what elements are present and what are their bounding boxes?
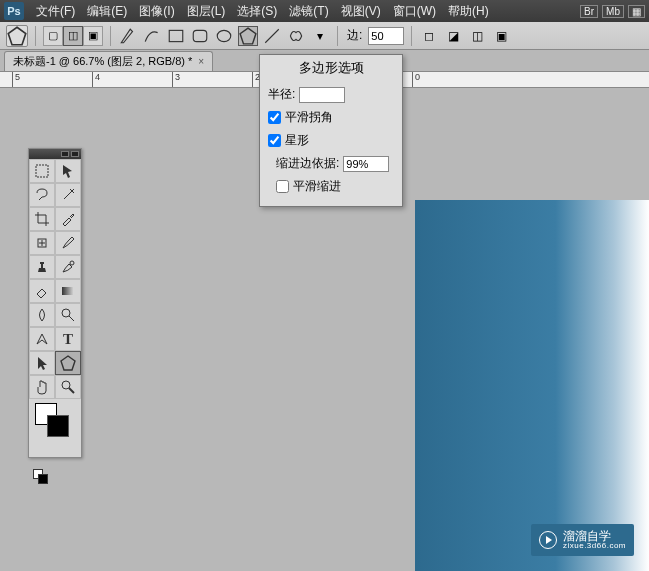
- sides-input[interactable]: [368, 27, 404, 45]
- eyedropper-tool[interactable]: [55, 207, 81, 231]
- indent-label: 缩进边依据:: [276, 155, 339, 172]
- svg-rect-9: [62, 287, 74, 295]
- gradient-tool[interactable]: [55, 279, 81, 303]
- smooth-indent-checkbox[interactable]: [276, 180, 289, 193]
- smooth-corners-checkbox[interactable]: [268, 111, 281, 124]
- ruler-mark: 0: [412, 72, 420, 87]
- svg-point-3: [217, 30, 231, 41]
- tools-panel: T: [28, 148, 82, 458]
- menu-layer[interactable]: 图层(L): [181, 0, 232, 22]
- color-swatches[interactable]: [29, 399, 81, 439]
- document-title: 未标题-1 @ 66.7% (图层 2, RGB/8) *: [13, 54, 192, 69]
- ellipse-shape-icon[interactable]: [214, 26, 234, 46]
- freeform-pen-icon[interactable]: [142, 26, 162, 46]
- clone-stamp-tool[interactable]: [29, 255, 55, 279]
- healing-brush-tool[interactable]: [29, 231, 55, 255]
- svg-point-8: [70, 261, 74, 265]
- menu-file[interactable]: 文件(F): [30, 0, 81, 22]
- lasso-tool[interactable]: [29, 183, 55, 207]
- close-icon[interactable]: [71, 151, 79, 157]
- svg-marker-4: [240, 28, 256, 44]
- rounded-rect-shape-icon[interactable]: [190, 26, 210, 46]
- line-shape-icon[interactable]: [262, 26, 282, 46]
- blur-tool[interactable]: [29, 303, 55, 327]
- menu-help[interactable]: 帮助(H): [442, 0, 495, 22]
- screen-mode-icon[interactable]: ▦: [628, 5, 645, 18]
- zoom-tool[interactable]: [55, 375, 81, 399]
- menu-edit[interactable]: 编辑(E): [81, 0, 133, 22]
- menu-filter[interactable]: 滤镜(T): [283, 0, 334, 22]
- svg-line-14: [69, 388, 74, 393]
- popup-title: 多边形选项: [260, 55, 402, 83]
- svg-marker-12: [61, 356, 75, 370]
- mb-badge[interactable]: Mb: [602, 5, 624, 18]
- svg-rect-6: [36, 165, 48, 177]
- menu-image[interactable]: 图像(I): [133, 0, 180, 22]
- smooth-indent-label: 平滑缩进: [293, 178, 341, 195]
- ruler-mark: 3: [172, 72, 180, 87]
- svg-point-13: [62, 381, 70, 389]
- tool-indicator-polygon[interactable]: [6, 25, 28, 47]
- default-colors-icon-bg: [38, 474, 48, 484]
- radius-label: 半径:: [268, 86, 295, 103]
- combine-exclude-icon[interactable]: ▣: [491, 26, 511, 46]
- smooth-corners-label: 平滑拐角: [285, 109, 333, 126]
- separator: [110, 26, 111, 46]
- pen-tool[interactable]: [29, 327, 55, 351]
- menu-select[interactable]: 选择(S): [231, 0, 283, 22]
- crop-tool[interactable]: [29, 207, 55, 231]
- canvas-gradient-image[interactable]: 溜溜自学 zixue.3d66.com: [415, 200, 649, 571]
- marquee-tool[interactable]: [29, 159, 55, 183]
- ruler-mark: 4: [92, 72, 100, 87]
- polygon-shape-icon[interactable]: [238, 26, 258, 46]
- combine-add-icon[interactable]: ◻: [419, 26, 439, 46]
- svg-rect-1: [169, 30, 183, 41]
- star-checkbox[interactable]: [268, 134, 281, 147]
- fill-pixels-mode[interactable]: ▣: [83, 26, 103, 46]
- tools-panel-header[interactable]: [29, 149, 81, 159]
- combine-intersect-icon[interactable]: ◫: [467, 26, 487, 46]
- play-icon: [539, 531, 557, 549]
- polygon-shape-tool[interactable]: [55, 351, 81, 375]
- menu-window[interactable]: 窗口(W): [387, 0, 442, 22]
- indent-input[interactable]: [343, 156, 389, 172]
- eraser-tool[interactable]: [29, 279, 55, 303]
- hand-tool[interactable]: [29, 375, 55, 399]
- radius-input[interactable]: [299, 87, 345, 103]
- star-label: 星形: [285, 132, 309, 149]
- svg-line-11: [69, 316, 74, 321]
- bridge-badge[interactable]: Br: [580, 5, 598, 18]
- document-tab[interactable]: 未标题-1 @ 66.7% (图层 2, RGB/8) * ×: [4, 51, 213, 71]
- move-tool[interactable]: [55, 159, 81, 183]
- app-logo: Ps: [4, 2, 24, 20]
- combine-subtract-icon[interactable]: ◪: [443, 26, 463, 46]
- shape-layers-mode[interactable]: ▢: [43, 26, 63, 46]
- svg-rect-2: [193, 30, 207, 41]
- svg-point-10: [62, 309, 70, 317]
- brush-tool[interactable]: [55, 231, 81, 255]
- path-selection-tool[interactable]: [29, 351, 55, 375]
- background-color[interactable]: [47, 415, 69, 437]
- pen-icon[interactable]: [118, 26, 138, 46]
- sides-label: 边:: [345, 27, 364, 44]
- paths-mode[interactable]: ◫: [63, 26, 83, 46]
- tab-close-icon[interactable]: ×: [198, 56, 204, 67]
- shape-options-dropdown[interactable]: ▾: [310, 26, 330, 46]
- type-tool[interactable]: T: [55, 327, 81, 351]
- history-brush-tool[interactable]: [55, 255, 81, 279]
- custom-shape-icon[interactable]: [286, 26, 306, 46]
- dodge-tool[interactable]: [55, 303, 81, 327]
- svg-line-5: [265, 29, 279, 43]
- polygon-options-popup: 多边形选项 半径: 平滑拐角 星形 缩进边依据: 平滑缩进: [259, 54, 403, 207]
- menu-view[interactable]: 视图(V): [335, 0, 387, 22]
- separator: [35, 26, 36, 46]
- svg-marker-0: [8, 27, 26, 45]
- watermark-url: zixue.3d66.com: [563, 542, 626, 550]
- ruler-mark: 5: [12, 72, 20, 87]
- magic-wand-tool[interactable]: [55, 183, 81, 207]
- menu-bar: Ps 文件(F) 编辑(E) 图像(I) 图层(L) 选择(S) 滤镜(T) 视…: [0, 0, 649, 22]
- watermark: 溜溜自学 zixue.3d66.com: [531, 524, 634, 556]
- shape-mode-group: ▢ ◫ ▣: [43, 26, 103, 46]
- collapse-icon[interactable]: [61, 151, 69, 157]
- rectangle-shape-icon[interactable]: [166, 26, 186, 46]
